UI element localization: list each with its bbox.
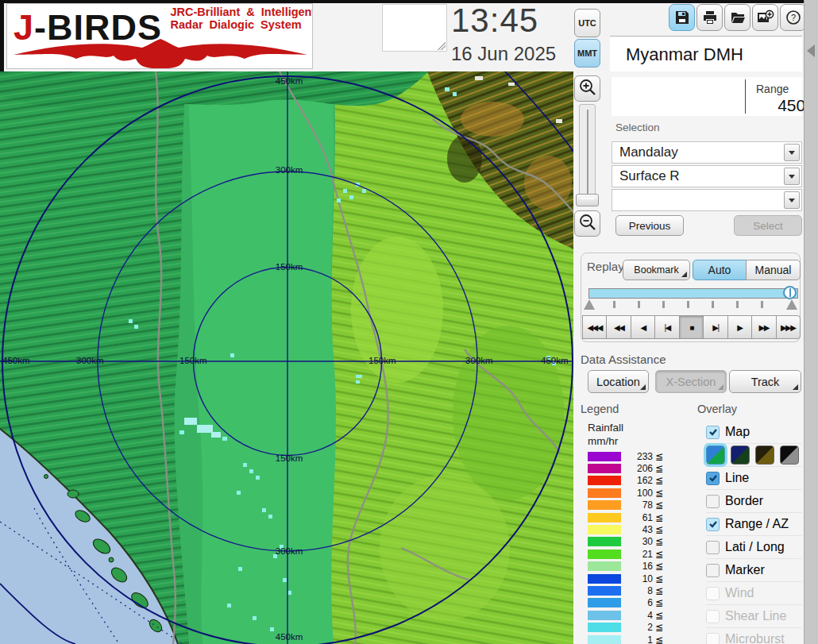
playback-button[interactable]: ■ [679,315,704,339]
overlay-row: Marker [706,559,802,582]
selection-dropdown-extra[interactable] [612,189,802,211]
map-style-swatch[interactable] [780,445,799,465]
svg-text:150km: 150km [276,262,303,272]
jbirds-application-window: J-BIRDS JRC-Brilliant & Intelligent Rada… [0,0,818,644]
timeline-tick [712,301,714,308]
svg-text:450km: 450km [276,632,303,642]
print-button[interactable] [696,4,723,31]
mmt-button[interactable]: MMT [574,39,600,67]
track-button[interactable]: Track [729,370,801,393]
chevron-down-icon[interactable] [784,191,800,209]
map-style-swatch[interactable] [731,445,750,465]
legend-leq-symbol: ≦ [655,597,663,608]
note-box[interactable] [382,4,447,52]
legend-value: 78 [621,499,653,511]
bookmark-button[interactable]: Bookmark [623,260,690,280]
folder-icon [730,10,746,25]
legend-leq-symbol: ≦ [655,488,663,499]
legend-color-swatch [588,525,621,534]
legend-value: 10 [621,573,653,584]
timeline-start-marker-icon[interactable] [584,299,595,310]
chevron-down-icon[interactable] [784,144,800,161]
legend-row: 162 ≦ [588,475,691,487]
playback-button[interactable]: |◀ [654,315,679,339]
overlay-item-label: Line [725,471,749,485]
selection-dropdown-product[interactable]: Surface R [612,165,802,187]
x-section-button[interactable]: X-Section [655,370,727,393]
playback-button[interactable]: ▶ [727,315,752,339]
map-style-swatch[interactable] [706,445,725,465]
svg-text:450km: 450km [541,356,569,365]
legend-value: 6 [621,597,653,608]
collapse-panel-icon[interactable] [807,44,815,57]
selection-site-value: Mandalay [619,145,678,160]
help-button[interactable]: ? [780,4,806,31]
overlay-checkbox[interactable] [706,495,720,508]
legend-leq-symbol: ≦ [655,524,663,535]
zoom-in-button[interactable] [574,75,600,102]
playback-controls: ◀◀◀ ◀◀ ◀ |◀ ■ ▶| ▶ ▶▶ ▶▶▶ [583,315,801,339]
timeline-handle[interactable] [783,286,797,299]
overlay-checkbox[interactable] [706,633,720,644]
replay-manual-button[interactable]: Manual [746,260,801,280]
legend-leq-symbol: ≦ [655,549,663,560]
legend-leq-symbol: ≦ [655,634,663,644]
legend-leq-symbol: ≦ [655,451,663,462]
utc-button[interactable]: UTC [574,9,600,37]
range-label: Range [756,83,789,95]
radar-map-display[interactable]: 450km 300km 150km 150km 300km 450km 450k… [0,71,574,644]
overlay-checkbox[interactable] [706,472,720,485]
overlay-row: Shear Line [706,605,802,628]
overlay-item-label: Map [725,425,750,439]
legend-label: Legend [581,403,619,415]
location-button[interactable]: Location [588,370,649,393]
zoom-slider-handle[interactable] [576,194,599,206]
playback-button[interactable]: ▶▶ [751,315,776,339]
playback-button[interactable]: ▶| [703,315,727,339]
overlay-checkbox[interactable] [706,518,720,531]
resize-grip-icon[interactable] [438,42,446,50]
selection-dropdown-site[interactable]: Mandalay [612,141,802,164]
save-button[interactable] [669,4,695,31]
svg-text:450km: 450km [2,356,30,365]
overlay-checkbox[interactable] [706,587,720,600]
zoom-out-button[interactable] [574,210,600,237]
map-style-swatch[interactable] [755,445,774,465]
playback-button[interactable]: ◀◀ [606,315,631,339]
legend-row: 6 ≦ [588,597,691,609]
previous-button[interactable]: Previous [615,215,684,236]
replay-label: Replay [587,260,624,273]
data-assistance-label: Data Assistance [581,353,666,366]
playback-glyph-icon: ▶▶▶ [781,323,796,332]
timeline-end-marker-icon[interactable] [786,299,797,310]
playback-button[interactable]: ◀ [631,315,655,339]
add-snapshot-icon [757,10,774,25]
chevron-down-icon[interactable] [784,168,800,185]
open-folder-button[interactable] [724,4,750,31]
playback-button[interactable]: ▶▶▶ [776,315,801,339]
legend-color-swatch [588,598,621,607]
playback-glyph-icon: ■ [689,323,693,332]
range-box: Range 450 km [612,77,802,116]
playback-button[interactable]: ◀◀◀ [582,315,607,339]
legend-color-swatch [588,635,621,644]
legend-leq-symbol: ≦ [655,512,663,523]
legend-leq-symbol: ≦ [655,475,663,486]
add-snapshot-button[interactable] [752,4,778,31]
select-button[interactable]: Select [734,215,802,236]
overlay-checkbox[interactable] [706,541,720,554]
replay-auto-button[interactable]: Auto [693,260,747,280]
overlay-checkbox[interactable] [706,610,720,623]
legend-leq-symbol: ≦ [655,573,663,584]
legend-row: 8 ≦ [588,584,691,596]
timeline-track[interactable] [588,288,798,299]
overlay-checkbox[interactable] [706,564,720,577]
playback-glyph-icon: ◀ [640,323,645,332]
zoom-slider-rail[interactable] [579,104,596,199]
overlay-row: Microburst [706,628,802,644]
panel-edge-strip[interactable] [804,0,818,644]
map-checkbox[interactable] [706,426,720,439]
svg-text:300km: 300km [276,546,303,556]
svg-text:300km: 300km [465,356,493,365]
svg-text:150km: 150km [368,356,396,365]
